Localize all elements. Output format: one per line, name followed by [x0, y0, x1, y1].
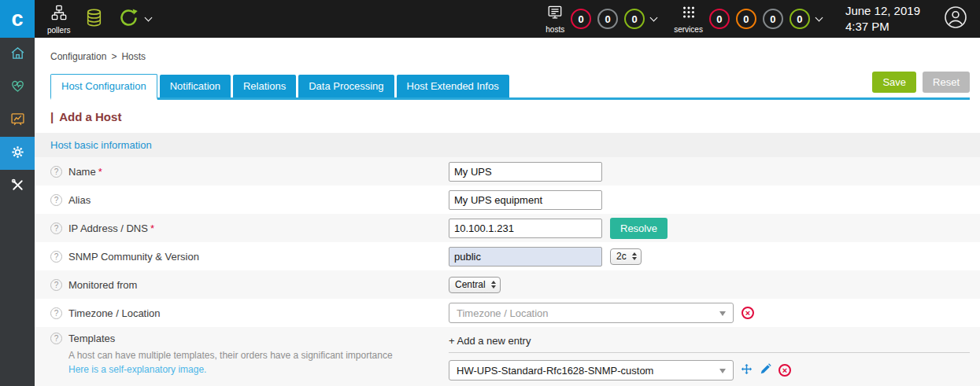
help-icon[interactable]: ?	[50, 251, 62, 263]
alias-input[interactable]	[449, 190, 602, 210]
required-mark: *	[98, 166, 102, 178]
hosts-menu[interactable]: hosts	[545, 5, 564, 34]
hosts-down-counter[interactable]: 0	[571, 9, 591, 29]
help-icon[interactable]: ?	[50, 166, 62, 178]
help-icon[interactable]: ?	[50, 194, 62, 206]
timezone-placeholder: Timezone / Location	[457, 307, 549, 319]
add-template-entry-link[interactable]: + Add a new entry	[449, 333, 970, 352]
form-row-snmp: ? SNMP Community & Version 2c	[35, 242, 980, 270]
delete-template-icon[interactable]: ×	[778, 364, 791, 377]
poller-sync-status-icon[interactable]	[118, 7, 139, 31]
form-row-alias: ? Alias	[35, 186, 980, 214]
monitored-from-select[interactable]: Central	[449, 277, 501, 293]
tab-notification[interactable]: Notification	[160, 75, 231, 97]
tab-data-processing[interactable]: Data Processing	[298, 75, 394, 97]
hosts-label: hosts	[545, 25, 564, 34]
template-selected-value: HW-UPS-Standard-Rfc1628-SNMP-custom	[457, 365, 653, 377]
dropdown-arrow-icon	[719, 369, 726, 373]
hosts-unreachable-counter[interactable]: 0	[597, 9, 618, 29]
pollers-label: pollers	[47, 26, 70, 35]
sidebar	[0, 38, 35, 386]
dropdown-arrow-icon	[719, 311, 726, 316]
timezone-clear-icon[interactable]: ×	[741, 307, 754, 319]
timezone-label: Timezone / Location	[68, 307, 161, 319]
current-date: June 12, 2019	[845, 3, 920, 19]
breadcrumb: Configuration > Hosts	[35, 38, 980, 68]
services-menu[interactable]: services	[674, 5, 703, 34]
help-icon[interactable]: ?	[50, 307, 62, 319]
snmp-community-input[interactable]	[449, 247, 602, 267]
alias-label: Alias	[68, 194, 91, 206]
database-export-icon[interactable]	[84, 8, 104, 31]
tab-relations[interactable]: Relations	[233, 75, 296, 97]
title-bar-glyph: |	[50, 110, 54, 123]
monitored-from-label: Monitored from	[68, 279, 137, 291]
hosts-icon	[546, 5, 564, 24]
breadcrumb-hosts[interactable]: Hosts	[121, 51, 146, 62]
form-actions: Save Reset	[872, 72, 970, 93]
form-row-ip-address: ? IP Address / DNS* Resolve	[35, 214, 980, 242]
breadcrumb-separator: >	[111, 51, 116, 62]
heartbeat-icon	[9, 78, 26, 97]
name-input[interactable]	[449, 162, 602, 182]
pollers-icon	[50, 4, 68, 24]
ip-address-label: IP Address / DNS*	[68, 222, 154, 234]
help-icon[interactable]: ?	[50, 279, 62, 291]
edit-template-icon[interactable]	[760, 362, 772, 378]
services-critical-counter[interactable]: 0	[709, 9, 730, 29]
page-title: |Add a Host	[50, 110, 980, 123]
chart-icon	[9, 111, 26, 131]
templates-label: Templates	[68, 333, 115, 344]
user-profile-icon[interactable]	[944, 6, 967, 32]
services-status-group: services 0 0 0 0	[674, 5, 822, 34]
sidebar-item-reporting[interactable]	[0, 104, 35, 137]
home-icon	[9, 45, 26, 64]
services-unknown-counter[interactable]: 0	[763, 9, 783, 29]
form-row-monitored-from: ? Monitored from Central	[35, 270, 980, 299]
snmp-label: SNMP Community & Version	[68, 251, 199, 263]
select-arrows-icon	[491, 281, 496, 289]
tab-strip: Host Configuration Notification Relation…	[50, 72, 970, 100]
topbar-left: pollers	[35, 4, 151, 35]
snmp-version-select[interactable]: 2c	[610, 248, 642, 265]
services-label: services	[674, 25, 703, 34]
sidebar-item-administration[interactable]	[0, 170, 35, 203]
required-mark: *	[150, 222, 154, 234]
save-button[interactable]: Save	[872, 72, 916, 93]
templates-note-link[interactable]: Here is a self-explanatory image.	[68, 362, 393, 377]
services-ok-counter[interactable]: 0	[790, 9, 810, 29]
templates-note: A host can have multiple templates, thei…	[68, 348, 393, 377]
name-label: Name*	[68, 166, 102, 178]
form-row-timezone: ? Timezone / Location Timezone / Locatio…	[35, 299, 980, 327]
ip-address-input[interactable]	[449, 219, 602, 238]
select-arrows-icon	[632, 252, 637, 260]
topbar-right: hosts 0 0 0 services	[545, 3, 980, 35]
tools-icon	[9, 177, 26, 197]
centreon-logo[interactable]: c	[0, 0, 35, 38]
hosts-status-group: hosts 0 0 0	[545, 5, 656, 34]
resolve-button[interactable]: Resolve	[610, 218, 668, 239]
tab-host-extended-infos[interactable]: Host Extended Infos	[397, 75, 509, 97]
chevron-down-icon[interactable]	[650, 14, 658, 22]
timezone-dropdown[interactable]: Timezone / Location	[449, 303, 734, 323]
tab-host-configuration[interactable]: Host Configuration	[50, 74, 157, 100]
form-row-templates: ? Templates A host can have multiple tem…	[35, 327, 980, 386]
chevron-down-icon[interactable]	[145, 14, 153, 22]
move-template-icon[interactable]	[740, 362, 753, 379]
reset-button[interactable]: Reset	[923, 72, 970, 93]
help-icon[interactable]: ?	[50, 333, 62, 344]
sidebar-item-configuration[interactable]	[0, 137, 35, 170]
services-icon	[680, 5, 697, 24]
centreon-app: c pollers	[0, 0, 980, 386]
chevron-down-icon[interactable]	[815, 14, 823, 22]
help-icon[interactable]: ?	[50, 222, 62, 234]
sidebar-item-home[interactable]	[0, 38, 35, 71]
services-warning-counter[interactable]: 0	[736, 9, 756, 29]
sidebar-item-monitoring[interactable]	[0, 71, 35, 104]
current-time: 4:37 PM	[845, 19, 920, 35]
breadcrumb-configuration[interactable]: Configuration	[50, 51, 106, 62]
hosts-up-counter[interactable]: 0	[624, 9, 645, 29]
pollers-menu[interactable]: pollers	[47, 4, 70, 35]
template-dropdown[interactable]: HW-UPS-Standard-Rfc1628-SNMP-custom	[449, 360, 734, 380]
clock: June 12, 2019 4:37 PM	[845, 3, 920, 35]
